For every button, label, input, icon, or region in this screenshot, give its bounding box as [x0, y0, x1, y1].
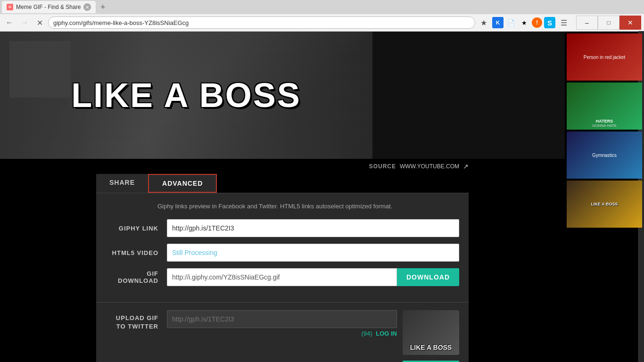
new-tab-button[interactable]: + — [98, 2, 108, 12]
login-link[interactable]: LOG IN — [376, 330, 397, 337]
giphy-link-row: GIPHY LINK — [106, 219, 459, 237]
char-count-number: (94) — [361, 330, 372, 337]
twitter-char-count: (94) LOG IN — [167, 330, 397, 337]
preview-text: LIKE A BOSS — [410, 344, 452, 351]
extension-icon-1[interactable]: 📄 — [505, 17, 517, 28]
twitter-label: UPLOAD GIF TO TWITTER — [106, 310, 167, 331]
gif-display: LIKE A BOSS — [0, 32, 372, 159]
source-bar: SOURCE WWW.YOUTUBE.COM ↗ — [96, 159, 469, 174]
gif-download-label: GIF DOWNLOAD — [106, 270, 167, 284]
share-tabs: SHARE ADVANCED — [96, 174, 469, 193]
close-button[interactable]: ✕ — [619, 16, 641, 30]
sidebar-thumb-1[interactable]: Person in red jacket — [567, 33, 642, 81]
gif-download-input-row: DOWNLOAD — [167, 268, 459, 286]
html5-video-label: HTML5 VIDEO — [106, 249, 167, 256]
bookmark-star-icon[interactable]: ★ — [477, 16, 490, 29]
gif-download-row: GIF DOWNLOAD DOWNLOAD — [106, 268, 459, 286]
html5-video-input[interactable] — [167, 244, 459, 262]
sidebar-thumb-3[interactable]: Gymnastics — [567, 132, 642, 179]
gif-hero: LIKE A BOSS — [0, 32, 565, 159]
html5-video-row: HTML5 VIDEO — [106, 244, 459, 262]
reload-button[interactable]: ✕ — [33, 16, 46, 29]
main-content: LIKE A BOSS SOURCE WWW.YOUTUBE.COM ↗ SHA… — [0, 32, 565, 362]
twitter-section: UPLOAD GIF TO TWITTER (94) LOG IN LIKE A… — [96, 302, 469, 362]
twitter-row: UPLOAD GIF TO TWITTER (94) LOG IN LIKE A… — [106, 310, 459, 355]
extension-icon-3[interactable]: ! — [532, 17, 542, 28]
maximize-button[interactable]: □ — [598, 16, 619, 30]
chrome-menu-button[interactable]: ☰ — [557, 16, 570, 29]
nav-actions: ★ K 📄 ★ ! S ☰ – □ ✕ — [477, 16, 641, 30]
tab-bar: G Meme GIF - Find & Share ✕ + — [0, 0, 644, 14]
panel-description: Giphy links preview in Facebook and Twit… — [157, 203, 459, 210]
address-text: giphy.com/gifs/meme-like-a-boss-YZ8isSNi… — [53, 19, 189, 26]
giphy-link-input[interactable] — [167, 219, 459, 237]
tab-advanced[interactable]: ADVANCED — [148, 174, 217, 193]
tab-favicon: G — [7, 4, 13, 10]
back-button[interactable]: ← — [3, 16, 16, 29]
gif-download-url-input[interactable] — [167, 268, 397, 286]
extension-skype[interactable]: S — [544, 17, 555, 28]
source-label: SOURCE — [369, 163, 396, 170]
source-url: WWW.YOUTUBE.COM — [400, 163, 459, 170]
page-content: LIKE A BOSS SOURCE WWW.YOUTUBE.COM ↗ SHA… — [0, 32, 644, 362]
twitter-url-input[interactable] — [167, 310, 397, 328]
sidebar-thumb-4[interactable]: LIKE A BOSS — [567, 181, 642, 228]
external-link-icon[interactable]: ↗ — [463, 163, 469, 170]
extension-kaspersky[interactable]: K — [492, 17, 504, 28]
navigation-bar: ← → ✕ giphy.com/gifs/meme-like-a-boss-YZ… — [0, 14, 644, 31]
sidebar: Person in red jacket HATERS GONNA HATE G… — [565, 32, 644, 362]
tab-share[interactable]: SHARE — [96, 174, 148, 193]
forward-button[interactable]: → — [18, 16, 31, 29]
browser-chrome: G Meme GIF - Find & Share ✕ + ← → ✕ giph… — [0, 0, 644, 32]
active-tab[interactable]: G Meme GIF - Find & Share ✕ — [2, 1, 96, 13]
giphy-link-label: GIPHY LINK — [106, 225, 167, 232]
tab-close-button[interactable]: ✕ — [83, 3, 91, 11]
gif-main-text: LIKE A BOSS — [71, 76, 301, 115]
sidebar-thumb-2[interactable]: HATERS GONNA HATE — [567, 82, 642, 130]
twitter-input-area: (94) LOG IN — [167, 310, 397, 337]
advanced-panel: Giphy links preview in Facebook and Twit… — [96, 193, 469, 302]
tab-title: Meme GIF - Find & Share — [16, 4, 81, 10]
extension-icon-2[interactable]: ★ — [519, 17, 530, 28]
twitter-preview: LIKE A BOSS — [403, 310, 459, 355]
address-bar[interactable]: giphy.com/gifs/meme-like-a-boss-YZ8isSNi… — [48, 16, 475, 29]
download-button[interactable]: DOWNLOAD — [397, 268, 459, 286]
minimize-button[interactable]: – — [576, 16, 598, 30]
